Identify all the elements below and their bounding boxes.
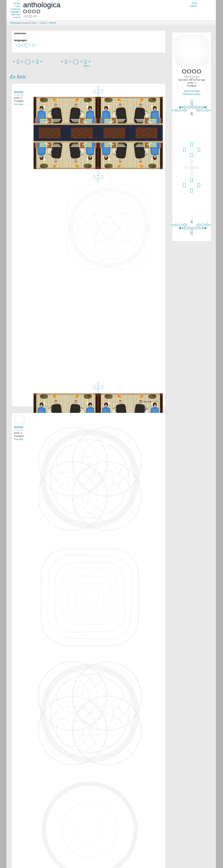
script-quincunx: [93, 86, 103, 97]
author-message-link[interactable]: message: [14, 438, 33, 441]
thread-title-glyph-link[interactable]: [150, 408, 154, 411]
author-post-count: posts: 2: [14, 96, 33, 99]
thread-post-panel: OOOO ∘▯∘◯∘▯∘ posts: 2 Foreigner message: [11, 413, 165, 868]
work-glyph-link-right[interactable]: ∘▯∘◯∘▯∘: [60, 58, 92, 64]
faint-fractal-image: [38, 778, 142, 868]
post-kaleidoscope-image: [34, 97, 163, 169]
nav-item-forums[interactable]: forums: [6, 2, 20, 5]
languages-heading: languages: [14, 39, 27, 42]
author-name-link[interactable]: OOOO: [14, 426, 33, 429]
content-wrapper: forums users universes languages referen…: [6, 0, 216, 868]
author-script-glyphs: ∘▯∘◯∘▯∘: [14, 429, 33, 431]
author-rank: Foreigner: [14, 99, 33, 102]
sidebar-rank: Foreigner: [172, 84, 211, 87]
faint-cross-image: [184, 160, 199, 176]
green-script-pattern: [182, 142, 201, 157]
in-thread-label: in thread:: [138, 408, 148, 410]
green-script-pattern: [182, 178, 201, 192]
nav-item-search[interactable]: search: [6, 16, 20, 19]
main-nav: forums users universes languages referen…: [6, 2, 20, 19]
script-ornament-bottom: [172, 219, 211, 236]
send-message-link[interactable]: send message: [172, 90, 211, 92]
register-link[interactable]: register: [190, 4, 197, 7]
script-ornament-top: [172, 100, 211, 116]
breadcrumb: Anthologica Universe Atlas / Users / OOO…: [6, 21, 216, 25]
sidebar-last-seen: last seen: half an hour ago: [172, 79, 211, 81]
author-avatar: [14, 415, 25, 425]
author-message-link[interactable]: message: [14, 102, 33, 106]
faint-fractal-image: [38, 545, 142, 649]
page: forums users universes languages referen…: [0, 0, 223, 868]
logo-wordmark[interactable]: anthologica: [23, 1, 60, 9]
post-permalink[interactable]: link: [155, 400, 158, 403]
sidebar-post-count: posts: 2: [172, 82, 211, 84]
author-rank: Foreigner: [14, 435, 33, 438]
ex-foris-post-panel: OOOO ∘▯∘◯∘▯∘ posts: 2 Foreigner message: [11, 83, 165, 407]
post-author-block: OOOO ∘▯∘◯∘▯∘ posts: 2 Foreigner message: [14, 91, 33, 106]
nav-item-reference[interactable]: reference: [6, 13, 20, 16]
author-script-glyphs: ∘▯∘◯∘▯∘: [14, 94, 33, 96]
author-name-link[interactable]: OOOO: [14, 91, 33, 94]
post-author-block: OOOO ∘▯∘◯∘▯∘ posts: 2 Foreigner message: [14, 415, 33, 441]
breadcrumb-users-link[interactable]: Users: [40, 22, 46, 24]
faint-fractal-image: [32, 422, 147, 536]
breadcrumb-user-link[interactable]: OOOO: [49, 22, 56, 24]
nav-item-languages[interactable]: languages: [6, 10, 20, 13]
in-thread-bar: in thread:: [11, 408, 161, 411]
faint-fractal-image: [62, 181, 156, 275]
breadcrumb-site-link[interactable]: Anthologica Universe Atlas: [9, 22, 36, 24]
universes-heading: universes: [14, 32, 26, 35]
more-link[interactable]: More...: [84, 65, 91, 67]
user-avatar: [174, 34, 209, 68]
script-quincunx: [93, 382, 103, 393]
nav-item-users[interactable]: users: [6, 5, 20, 8]
logo-script-glyphs: ∘▯∘◯∘▯∘: [23, 14, 60, 18]
sidebar-user-glyphs: ∘▯∘◯∘▯∘: [172, 75, 211, 79]
sidebar-user-name: OOOO: [172, 68, 211, 75]
language-glyph-link[interactable]: ∘▯∘◯∘▯∘: [15, 43, 38, 47]
breadcrumb-separator: /: [47, 22, 47, 24]
work-glyph-link-left[interactable]: ∘▯∘◯∘▯∘: [12, 58, 44, 64]
login-link[interactable]: log in: [190, 1, 197, 4]
auth-links: log in register: [190, 1, 197, 7]
find-forum-posts-link[interactable]: find forum posts: [172, 93, 211, 95]
author-post-count: posts: 2: [14, 431, 33, 435]
site-header: forums users universes languages referen…: [6, 0, 216, 21]
nav-item-universes[interactable]: universes: [6, 8, 20, 10]
profile-lists-panel: universes languages ∘▯∘◯∘▯∘: [11, 30, 165, 53]
user-sidebar: OOOO ∘▯∘◯∘▯∘ last seen: half an hour ago…: [172, 32, 211, 241]
site-logo[interactable]: anthologica OOOO ∘▯∘◯∘▯∘: [23, 1, 60, 18]
post-meta-row: 11 days agolink: [140, 400, 158, 403]
post-timestamp: 11 days ago: [140, 400, 152, 403]
faint-fractal-image: [32, 656, 147, 771]
ex-foris-heading: Ex foris: [10, 74, 26, 80]
logo-subtitle: OOOO: [23, 9, 60, 14]
breadcrumb-separator: /: [38, 22, 38, 24]
thread-title-glyph-link[interactable]: [156, 408, 161, 411]
